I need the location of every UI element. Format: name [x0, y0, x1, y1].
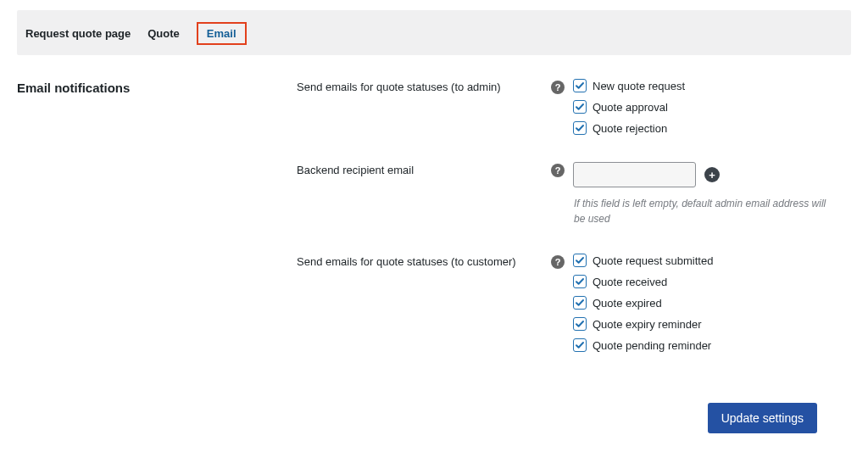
field-hint: If this field is left empty, default adm… — [574, 196, 828, 226]
field-customer-statuses: Send emails for quote statuses (to custo… — [297, 254, 851, 352]
checkbox-label: Quote received — [593, 276, 667, 288]
tab-quote[interactable]: Quote — [147, 27, 180, 40]
field-label: Send emails for quote statuses (to custo… — [297, 254, 551, 268]
field-label: Send emails for quote statuses (to admin… — [297, 79, 551, 93]
checkbox-quote-expired[interactable]: Quote expired — [573, 296, 713, 310]
backend-email-input[interactable] — [573, 162, 696, 187]
checkbox-quote-received[interactable]: Quote received — [573, 275, 713, 288]
field-label: Backend recipient email — [297, 162, 551, 176]
checkbox-label: Quote rejection — [593, 122, 667, 135]
checkbox-label: Quote expired — [593, 297, 662, 310]
help-icon[interactable]: ? — [551, 164, 565, 177]
checkbox-list: Quote request submitted Quote received Q… — [573, 254, 713, 352]
field-backend-email: Backend recipient email ? + If this fiel… — [297, 162, 851, 226]
tab-request-quote-page[interactable]: Request quote page — [25, 27, 131, 40]
checkbox-quote-request-submitted[interactable]: Quote request submitted — [573, 254, 713, 267]
footer: Update settings — [0, 377, 868, 450]
checkbox-label: Quote request submitted — [593, 254, 713, 267]
checkbox-list: New quote request Quote approval Quote r… — [573, 79, 685, 135]
checkbox-quote-rejection[interactable]: Quote rejection — [573, 121, 685, 135]
tab-email[interactable]: Email — [197, 22, 247, 45]
tab-bar: Request quote page Quote Email — [17, 10, 851, 55]
checkbox-quote-pending-reminder[interactable]: Quote pending reminder — [573, 338, 713, 352]
settings-content: Email notifications Send emails for quot… — [0, 55, 868, 377]
add-recipient-icon[interactable]: + — [704, 167, 720, 182]
checkbox-icon[interactable] — [573, 338, 587, 352]
section-title: Email notifications — [17, 79, 297, 95]
field-admin-statuses: Send emails for quote statuses (to admin… — [297, 79, 851, 135]
checkbox-new-quote-request[interactable]: New quote request — [573, 79, 685, 92]
checkbox-label: Quote pending reminder — [593, 339, 711, 352]
checkbox-label: Quote approval — [593, 101, 668, 114]
checkbox-icon[interactable] — [573, 317, 587, 331]
checkbox-quote-expiry-reminder[interactable]: Quote expiry reminder — [573, 317, 713, 331]
checkbox-label: Quote expiry reminder — [593, 318, 702, 331]
checkbox-icon[interactable] — [573, 100, 587, 114]
help-icon[interactable]: ? — [551, 255, 565, 269]
checkbox-icon[interactable] — [573, 79, 587, 92]
checkbox-label: New quote request — [593, 80, 685, 92]
checkbox-icon[interactable] — [573, 296, 587, 310]
checkbox-icon[interactable] — [573, 254, 587, 267]
help-icon[interactable]: ? — [551, 81, 565, 94]
checkbox-icon[interactable] — [573, 275, 587, 288]
checkbox-icon[interactable] — [573, 121, 587, 135]
update-settings-button[interactable]: Update settings — [708, 403, 817, 433]
checkbox-quote-approval[interactable]: Quote approval — [573, 100, 685, 114]
